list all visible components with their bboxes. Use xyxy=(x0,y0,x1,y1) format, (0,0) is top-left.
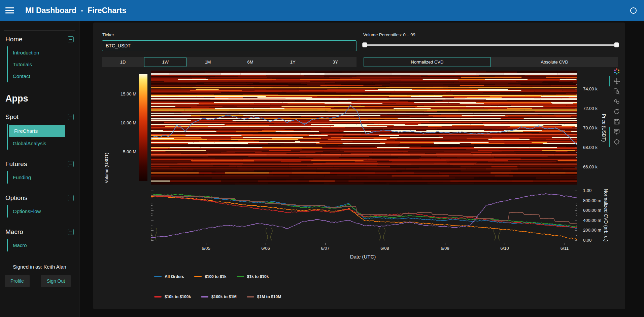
sidebar-group: Funding xyxy=(7,171,79,184)
legend-item[interactable]: All Orders xyxy=(154,274,184,279)
collapse-icon[interactable] xyxy=(68,161,74,167)
slider-handle-min[interactable] xyxy=(362,42,367,47)
save-icon[interactable] xyxy=(612,117,621,126)
signout-button[interactable]: Sign Out xyxy=(41,275,71,287)
loading-circle-icon xyxy=(630,7,637,14)
cvd-line-plot[interactable] xyxy=(151,188,577,243)
header-status[interactable] xyxy=(630,7,637,14)
x-tick-mark xyxy=(445,243,445,245)
legend-label: $1k to $10k xyxy=(247,274,269,279)
legend-row: All Orders$100 to $1k$1k to $10k xyxy=(154,274,281,279)
timeframe-button-1m[interactable]: 1M xyxy=(187,57,229,67)
profile-button[interactable]: Profile xyxy=(5,275,30,287)
timeframe-button-1y[interactable]: 1Y xyxy=(272,57,314,67)
legend-item[interactable]: $100 to $1k xyxy=(194,274,227,279)
app-header: MI Dashboard - FireCharts xyxy=(0,0,644,21)
sidebar: Home Introduction Tutorials Contact Apps… xyxy=(0,21,79,317)
colorbar-axis-title: Volume (USDT) xyxy=(104,148,109,188)
sidebar-item-firecharts[interactable]: FireCharts xyxy=(9,125,65,137)
sidebar-section-spot: Spot xyxy=(5,113,74,121)
divider xyxy=(4,155,75,155)
date-tick-label: 6/08 xyxy=(375,246,395,251)
volume-colorbar xyxy=(139,74,147,181)
colorbar-tick-label: 10.00 M xyxy=(113,120,136,126)
divider xyxy=(4,257,75,257)
cvd-mode-button-group: Normalized CVDAbsolute CVD xyxy=(364,57,618,67)
chart-legend: All Orders$100 to $1k$1k to $10k$10k to … xyxy=(154,274,281,314)
cvd-mode-button-normalized-cvd[interactable]: Normalized CVD xyxy=(364,57,491,67)
timeframe-button-6m[interactable]: 6M xyxy=(229,57,272,67)
signed-in-text: Signed in as: Keith Alan xyxy=(3,264,76,270)
date-tick-label: 6/09 xyxy=(435,246,455,251)
section-title: Futures xyxy=(5,160,27,168)
cvd-tick-label: 600.00 m xyxy=(583,208,601,213)
sidebar-group: FireCharts GlobalAnalysis xyxy=(7,124,79,150)
sidebar-item-optionsflow[interactable]: OptionsFlow xyxy=(8,205,79,217)
price-tick-label: 74.00 k xyxy=(583,86,598,92)
x-tick-mark xyxy=(325,243,326,245)
legend-item[interactable]: $10k to $100k xyxy=(154,294,191,299)
timeframe-button-1w[interactable]: 1W xyxy=(144,57,187,67)
cvd-tick-label: 800.00 m xyxy=(583,198,601,203)
colorbar-tick-label: 15.00 M xyxy=(113,91,136,97)
legend-label: $100k to $1M xyxy=(211,294,237,299)
sidebar-group: Introduction Tutorials Contact xyxy=(7,46,79,82)
autoscale-icon[interactable] xyxy=(612,107,621,116)
collapse-icon[interactable] xyxy=(68,229,74,235)
slider-handle-max[interactable] xyxy=(614,42,619,47)
price-tick-label: 66.00 k xyxy=(583,164,598,170)
legend-item[interactable]: $100k to $1M xyxy=(201,294,237,299)
cvd-mode-button-absolute-cvd[interactable]: Absolute CVD xyxy=(491,57,618,67)
menu-hamburger-icon[interactable] xyxy=(5,7,14,13)
legend-swatch xyxy=(237,276,244,277)
x-tick-mark xyxy=(385,243,385,245)
sidebar-item-contact[interactable]: Contact xyxy=(8,70,79,82)
ticker-input[interactable] xyxy=(102,40,357,51)
timeframe-button-1d[interactable]: 1D xyxy=(102,57,144,67)
collapse-icon[interactable] xyxy=(68,114,74,120)
timeframe-button-group: 1D1W1M6M1Y3Y xyxy=(102,57,357,67)
sidebar-item-tutorials[interactable]: Tutorials xyxy=(8,58,79,70)
legend-swatch xyxy=(201,296,208,298)
spikelines-icon[interactable] xyxy=(612,137,621,146)
ticker-label: Ticker xyxy=(102,32,114,37)
fire-heatmap-plot[interactable] xyxy=(151,71,577,185)
date-axis-title: Date (UTC) xyxy=(350,254,376,260)
legend-item[interactable]: $1k to $10k xyxy=(237,274,269,279)
pan-icon[interactable] xyxy=(612,77,621,86)
sidebar-apps-title: Apps xyxy=(5,93,74,104)
hover-annotation-icon[interactable] xyxy=(612,127,621,136)
date-tick-label: 6/11 xyxy=(554,246,575,251)
collapse-icon[interactable] xyxy=(68,195,74,201)
plotly-logo-icon[interactable] xyxy=(612,67,621,76)
sidebar-group: Macro xyxy=(7,239,79,251)
timeframe-button-3y[interactable]: 3Y xyxy=(314,57,357,67)
legend-item[interactable]: $1M to $10M xyxy=(247,294,281,299)
price-tick-label: 68.00 k xyxy=(583,145,598,150)
cvd-axis-title: Normalized CVD (arb. u.) xyxy=(603,182,609,249)
date-tick-label: 6/06 xyxy=(256,246,276,251)
divider xyxy=(4,108,75,108)
date-tick-label: 6/07 xyxy=(315,246,335,251)
box-zoom-icon[interactable] xyxy=(612,87,621,96)
slider-track[interactable] xyxy=(363,44,618,46)
price-tick-label: 72.00 k xyxy=(583,106,598,111)
section-title: Spot xyxy=(5,113,19,121)
divider xyxy=(4,88,75,88)
sidebar-item-introduction[interactable]: Introduction xyxy=(8,47,79,58)
compare-hover-icon[interactable] xyxy=(612,97,621,106)
x-tick-mark xyxy=(266,243,266,245)
sidebar-item-macro[interactable]: Macro xyxy=(8,239,79,251)
sidebar-item-funding[interactable]: Funding xyxy=(8,171,79,183)
x-tick-mark xyxy=(206,243,206,245)
collapse-icon[interactable] xyxy=(68,36,74,42)
volume-percentile-slider[interactable] xyxy=(363,40,618,50)
sidebar-item-globalanalysis[interactable]: GlobalAnalysis xyxy=(8,137,79,149)
x-tick-mark xyxy=(565,243,565,245)
app-title: MI Dashboard - FireCharts xyxy=(25,6,126,15)
divider xyxy=(4,189,75,189)
divider xyxy=(4,30,75,31)
sidebar-user-actions: Profile Sign Out xyxy=(5,275,74,287)
sidebar-section-futures: Futures xyxy=(5,160,74,168)
legend-swatch xyxy=(154,276,162,277)
